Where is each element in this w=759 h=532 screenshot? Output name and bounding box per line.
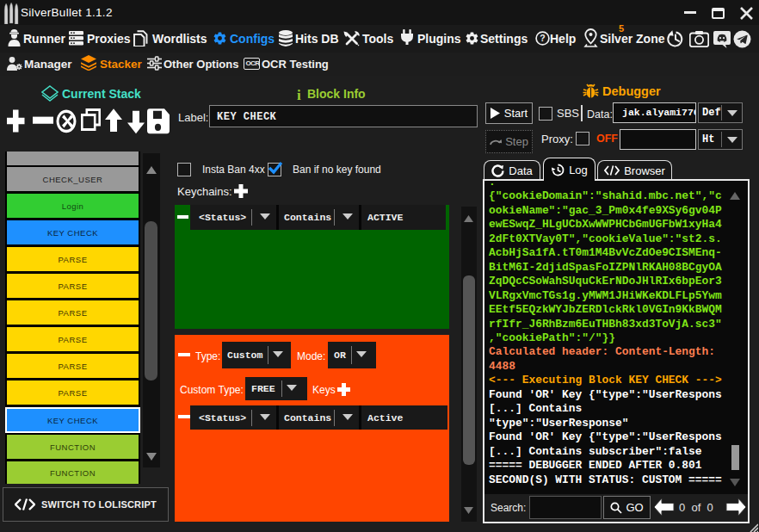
svg-text:?: ? [540, 33, 545, 43]
